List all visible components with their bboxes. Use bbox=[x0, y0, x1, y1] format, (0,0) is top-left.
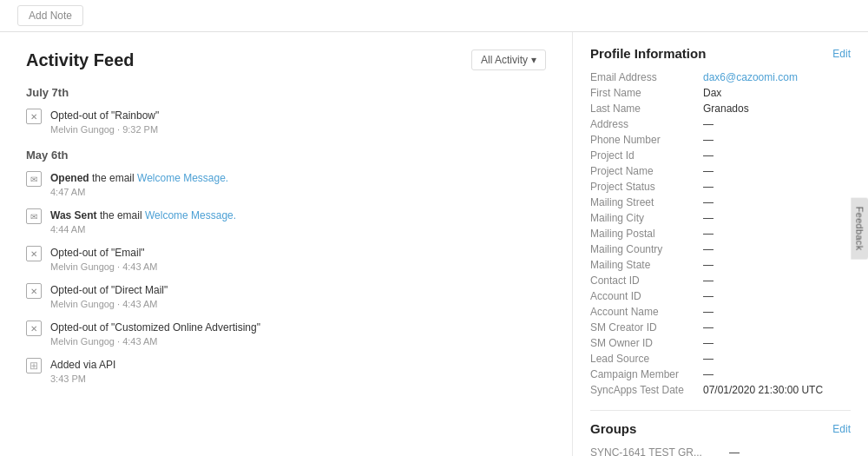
top-bar: Add Note bbox=[0, 0, 868, 32]
profile-row: Lead Source— bbox=[590, 351, 851, 367]
profile-field-label: Campaign Member bbox=[590, 367, 703, 382]
activity-sections: July 7th✕Opted-out of "Rainbow"Melvin Gu… bbox=[26, 86, 546, 384]
profile-field-value: — bbox=[703, 351, 851, 367]
groups-table: SYNC-1641 TEST GR...—My GroupsIH EmailSY… bbox=[590, 445, 851, 456]
profile-field-label: Mailing City bbox=[590, 210, 703, 226]
activity-meta: Melvin Gungog · 4:43 AM bbox=[50, 336, 260, 347]
add-note-button[interactable]: Add Note bbox=[17, 5, 83, 26]
profile-row: SM Creator ID— bbox=[590, 320, 851, 335]
activity-content: Added via API3:43 PM bbox=[50, 357, 115, 384]
profile-field-value: dax6@cazoomi.com bbox=[703, 69, 851, 85]
profile-row: Project Name— bbox=[590, 163, 851, 179]
profile-field-label: Email Address bbox=[590, 69, 703, 85]
activity-meta: 4:47 AM bbox=[50, 187, 228, 197]
profile-row: Mailing State— bbox=[590, 257, 851, 273]
profile-row: Project Id— bbox=[590, 148, 851, 163]
activity-meta: Melvin Gungog · 4:43 AM bbox=[50, 299, 168, 309]
groups-edit-link[interactable]: Edit bbox=[832, 423, 851, 435]
groups-section-header: Groups Edit bbox=[590, 421, 851, 436]
profile-field-label: First Name bbox=[590, 85, 703, 101]
activity-item: ✕Opted-out of "Rainbow"Melvin Gungog · 9… bbox=[26, 108, 546, 135]
profile-field-value: — bbox=[703, 257, 851, 273]
profile-field-value: — bbox=[703, 163, 851, 179]
activity-content: Opted-out of "Direct Mail"Melvin Gungog … bbox=[50, 282, 168, 309]
activity-link[interactable]: Welcome Message. bbox=[137, 172, 228, 184]
group-row: SYNC-1641 TEST GR...— bbox=[590, 445, 851, 456]
activity-link[interactable]: Welcome Message. bbox=[145, 209, 236, 221]
chevron-down-icon: ▾ bbox=[531, 54, 536, 66]
feedback-tab[interactable]: Feedback bbox=[852, 197, 868, 259]
activity-meta: 4:44 AM bbox=[50, 224, 236, 235]
activity-meta: Melvin Gungog · 9:32 PM bbox=[50, 124, 159, 135]
date-label: May 6th bbox=[26, 149, 546, 162]
profile-edit-link[interactable]: Edit bbox=[832, 48, 851, 60]
profile-row: Account Name— bbox=[590, 304, 851, 320]
profile-row: Mailing Country— bbox=[590, 241, 851, 257]
profile-row: Last NameGranados bbox=[590, 101, 851, 116]
profile-field-label: Project Name bbox=[590, 163, 703, 179]
profile-field-label: SyncApps Test Date bbox=[590, 382, 703, 398]
email-icon: ✉ bbox=[26, 208, 42, 224]
profile-field-value: Dax bbox=[703, 85, 851, 101]
profile-field-value: — bbox=[703, 288, 851, 304]
profile-row: Address— bbox=[590, 116, 851, 132]
profile-row: Campaign Member— bbox=[590, 367, 851, 382]
activity-text: Opted-out of "Direct Mail" bbox=[50, 282, 168, 298]
profile-row: SyncApps Test Date07/01/2020 21:30:00 UT… bbox=[590, 382, 851, 398]
profile-row: Project Status— bbox=[590, 179, 851, 195]
profile-field-label: SM Creator ID bbox=[590, 320, 703, 335]
activity-text: Was Sent the email Welcome Message. bbox=[50, 208, 236, 223]
activity-title: Activity Feed bbox=[26, 50, 134, 70]
optout-icon: ✕ bbox=[26, 109, 42, 124]
profile-field-value: — bbox=[703, 195, 851, 210]
profile-field-label: Mailing Postal bbox=[590, 226, 703, 241]
profile-section-title: Profile Information bbox=[590, 46, 706, 61]
activity-text: Opted-out of "Email" bbox=[50, 245, 158, 261]
profile-field-label: Project Status bbox=[590, 179, 703, 195]
groups-section-title: Groups bbox=[590, 421, 636, 436]
profile-field-value: — bbox=[703, 179, 851, 195]
profile-field-label: Contact ID bbox=[590, 273, 703, 288]
profile-field-label: Mailing Street bbox=[590, 195, 703, 210]
profile-field-value: — bbox=[703, 273, 851, 288]
profile-row: Mailing Postal— bbox=[590, 226, 851, 241]
page-wrapper: Add Note Activity Feed All Activity ▾ Ju… bbox=[0, 0, 868, 456]
profile-field-value: — bbox=[703, 304, 851, 320]
activity-meta: Melvin Gungog · 4:43 AM bbox=[50, 261, 158, 272]
profile-field-label: Mailing Country bbox=[590, 241, 703, 257]
activity-text: Opted-out of "Customized Online Advertis… bbox=[50, 320, 260, 335]
activity-content: Opted-out of "Email"Melvin Gungog · 4:43… bbox=[50, 245, 158, 272]
profile-field-value: — bbox=[703, 148, 851, 163]
activity-text: Added via API bbox=[50, 357, 115, 373]
optout-icon: ✕ bbox=[26, 321, 42, 336]
activity-header: Activity Feed All Activity ▾ bbox=[26, 50, 546, 70]
profile-field-value: — bbox=[703, 241, 851, 257]
profile-field-label: Phone Number bbox=[590, 132, 703, 148]
profile-row: Contact ID— bbox=[590, 273, 851, 288]
profile-field-label: Project Id bbox=[590, 148, 703, 163]
group-name: SYNC-1641 TEST GR... bbox=[590, 445, 729, 456]
profile-section-header: Profile Information Edit bbox=[590, 46, 851, 61]
activity-text: Opted-out of "Rainbow" bbox=[50, 108, 159, 123]
profile-row: Account ID— bbox=[590, 288, 851, 304]
profile-field-value: — bbox=[703, 367, 851, 382]
group-value: — bbox=[729, 445, 851, 456]
activity-text: Opened the email Welcome Message. bbox=[50, 170, 228, 186]
profile-field-value: — bbox=[703, 226, 851, 241]
left-panel: Activity Feed All Activity ▾ July 7th✕Op… bbox=[0, 32, 573, 456]
activity-item: ✕Opted-out of "Customized Online Adverti… bbox=[26, 320, 546, 347]
activity-filter-dropdown[interactable]: All Activity ▾ bbox=[471, 50, 546, 70]
profile-field-value: — bbox=[703, 335, 851, 351]
activity-content: Opted-out of "Customized Online Advertis… bbox=[50, 320, 260, 347]
right-panel: Profile Information Edit Email Addressda… bbox=[573, 32, 868, 456]
divider-1 bbox=[590, 410, 851, 411]
profile-field-value: — bbox=[703, 210, 851, 226]
profile-field-value: Granados bbox=[703, 101, 851, 116]
activity-bold: Was Sent bbox=[50, 209, 97, 221]
email-link[interactable]: dax6@cazoomi.com bbox=[703, 71, 798, 83]
activity-item: ⊞Added via API3:43 PM bbox=[26, 357, 546, 384]
optout-icon: ✕ bbox=[26, 283, 42, 299]
profile-field-value: — bbox=[703, 320, 851, 335]
profile-field-label: Mailing State bbox=[590, 257, 703, 273]
profile-field-label: Account Name bbox=[590, 304, 703, 320]
